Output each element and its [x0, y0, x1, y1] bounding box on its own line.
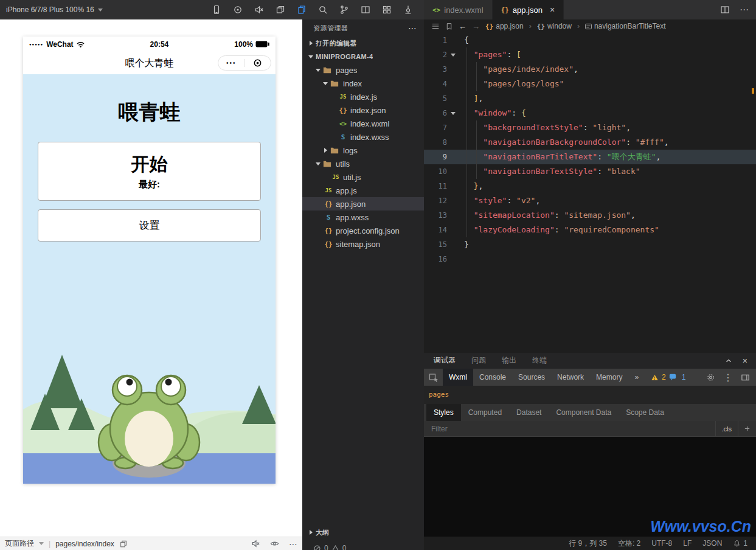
search-icon[interactable] [318, 5, 328, 15]
tree-item[interactable]: {} sitemap.json [302, 237, 424, 251]
fold-icon[interactable] [447, 135, 459, 150]
breadcrumb-file[interactable]: {} app.json [485, 22, 524, 30]
code-line[interactable]: 10 "navigationBarTextStyle": "black" [424, 164, 756, 179]
notifications[interactable]: 1 [733, 539, 747, 548]
code-line[interactable]: 12 "style": "v2", [424, 193, 756, 208]
outline-section[interactable]: 大纲 [302, 526, 424, 539]
fold-icon[interactable] [447, 150, 459, 164]
code-line[interactable]: 16 [424, 252, 756, 266]
outline-list-icon[interactable] [431, 22, 440, 30]
start-button[interactable]: 开始 最好: [38, 142, 261, 201]
subtab-scope-data[interactable]: Scope Data [619, 404, 671, 421]
remote-icon[interactable] [403, 5, 413, 15]
devtools-tab-overflow[interactable]: » [628, 369, 645, 386]
breadcrumb-object[interactable]: {} window [537, 22, 572, 30]
fold-icon[interactable] [447, 237, 459, 252]
code-line[interactable]: 6 "window": { [424, 106, 756, 120]
git-branch-icon[interactable] [339, 5, 349, 15]
capsule-close-button[interactable] [245, 56, 271, 70]
tab-terminal[interactable]: 终端 [532, 353, 547, 369]
devtools-tab-console[interactable]: Console [473, 369, 512, 386]
code-line[interactable]: 5 ], [424, 91, 756, 106]
fold-icon[interactable] [447, 223, 459, 237]
subtab-computed[interactable]: Computed [461, 404, 509, 421]
bookmark-icon[interactable] [445, 23, 453, 30]
problems-indicator[interactable]: 0 0 [302, 541, 424, 550]
tree-item[interactable]: JS index.js [302, 90, 424, 103]
fold-icon[interactable] [447, 62, 459, 77]
tree-item[interactable]: 打开的编辑器 [302, 37, 424, 50]
tab-output[interactable]: 输出 [502, 353, 516, 369]
tree-item[interactable]: index [302, 77, 424, 90]
tree-item[interactable]: pages [302, 63, 424, 77]
mute-icon[interactable] [251, 539, 260, 548]
subtab-dataset[interactable]: Dataset [509, 404, 549, 421]
eye-icon[interactable] [270, 539, 279, 548]
close-icon[interactable]: × [743, 356, 747, 366]
fold-icon[interactable] [447, 91, 459, 106]
code-line[interactable]: 15 } [424, 237, 756, 252]
kebab-menu-icon[interactable]: ⋮ [723, 372, 733, 383]
code-line[interactable]: 14 "lazyCodeLoading": "requiredComponent… [424, 223, 756, 237]
fold-icon[interactable] [447, 120, 459, 135]
eol-type[interactable]: LF [683, 539, 692, 548]
code-line[interactable]: 1 { [424, 33, 756, 47]
fold-icon[interactable] [447, 33, 459, 47]
page-path-label[interactable]: 页面路径 [5, 538, 34, 549]
code-line[interactable]: 3 "pages/index/index", [424, 62, 756, 77]
code-line[interactable]: 4 "pages/logs/logs" [424, 77, 756, 91]
restore-window-icon[interactable] [276, 5, 285, 15]
tree-item[interactable]: <> index.wxml [302, 117, 424, 130]
split-view-icon[interactable] [361, 5, 370, 15]
devtools-tab-memory[interactable]: Memory [590, 369, 628, 386]
code-line[interactable]: 2 "pages": [ [424, 47, 756, 62]
fold-icon[interactable] [447, 208, 459, 223]
tree-item[interactable]: S index.wxss [302, 130, 424, 144]
devtools-tab-wxml[interactable]: Wxml [443, 369, 473, 386]
code-line[interactable]: 7 "backgroundTextStyle": "light", [424, 120, 756, 135]
fold-icon[interactable] [447, 164, 459, 179]
gear-icon[interactable] [706, 373, 715, 382]
cls-button[interactable]: .cls [715, 421, 738, 436]
close-icon[interactable]: × [550, 5, 555, 14]
warning-icon[interactable] [651, 374, 659, 381]
code-line[interactable]: 9 "navigationBarTitleText": "喂个大青蛙", [424, 150, 756, 164]
back-arrow-icon[interactable]: ← [459, 22, 466, 31]
tree-item[interactable]: {} app.json [302, 197, 424, 211]
files-icon[interactable] [297, 5, 307, 15]
fold-icon[interactable] [447, 77, 459, 91]
fold-icon[interactable] [447, 106, 459, 120]
tree-item[interactable]: S app.wxss [302, 211, 424, 224]
fold-icon[interactable] [447, 252, 459, 266]
mute-icon[interactable] [254, 5, 264, 15]
tree-item[interactable]: {} project.config.json [302, 224, 424, 237]
new-style-rule-icon[interactable] [738, 421, 756, 436]
tab-index-wxml[interactable]: <> index.wxml [424, 0, 493, 19]
issues-icon[interactable] [669, 374, 676, 381]
tree-item[interactable]: {} index.json [302, 103, 424, 117]
more-icon[interactable]: ⋯ [289, 539, 297, 549]
language-mode[interactable]: JSON [702, 539, 722, 548]
chevron-up-icon[interactable] [724, 357, 733, 365]
tree-item[interactable]: MINIPROGRAM-4 [302, 50, 424, 63]
fold-icon[interactable] [447, 179, 459, 193]
tab-problems[interactable]: 问题 [471, 353, 486, 369]
code-line[interactable]: 8 "navigationBarBackgroundColor": "#fff"… [424, 135, 756, 150]
tree-item[interactable]: utils [302, 157, 424, 170]
device-selector[interactable]: iPhone 6/7/8 Plus 100% 16 [6, 0, 103, 19]
device-icon[interactable] [212, 5, 221, 15]
tree-item[interactable]: JS util.js [302, 170, 424, 184]
code-area[interactable]: 1 { 2 "pages": [ 3 "pages/index/index", … [424, 33, 756, 266]
more-icon[interactable]: ⋯ [408, 23, 417, 33]
subtab-component-data[interactable]: Component Data [549, 404, 619, 421]
tab-app-json[interactable]: {} app.json × [493, 0, 564, 19]
more-icon[interactable]: ⋯ [740, 4, 749, 15]
settings-button[interactable]: 设置 [38, 209, 261, 242]
fold-icon[interactable] [447, 47, 459, 62]
forward-arrow-icon[interactable]: → [472, 22, 480, 31]
devtools-tab-network[interactable]: Network [551, 369, 590, 386]
devtools-tab-sources[interactable]: Sources [512, 369, 551, 386]
record-icon[interactable] [233, 5, 243, 15]
breadcrumb-property[interactable]: navigationBarTitleText [585, 22, 666, 30]
encoding[interactable]: UTF-8 [651, 539, 672, 548]
